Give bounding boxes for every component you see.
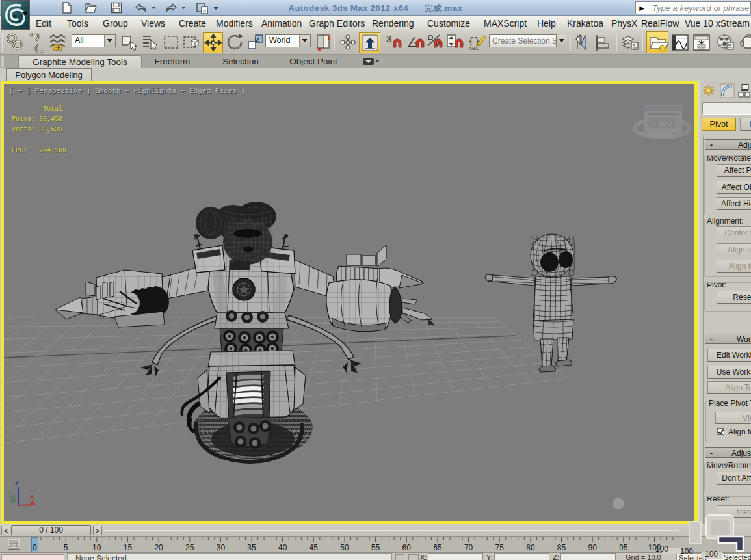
svg-text:10: 10 <box>92 543 101 552</box>
svg-text:65: 65 <box>433 543 442 552</box>
svg-text:100: 100 <box>648 543 661 552</box>
svg-text:55: 55 <box>371 543 380 552</box>
svg-text:15: 15 <box>124 543 133 552</box>
svg-text:3: 3 <box>386 33 391 44</box>
svg-text:35: 35 <box>247 543 256 552</box>
svg-text:75: 75 <box>495 543 505 552</box>
svg-text:20: 20 <box>154 543 163 552</box>
svg-text:90: 90 <box>588 543 598 552</box>
svg-text:60: 60 <box>402 543 412 552</box>
svg-text:FRONT: FRONT <box>653 120 674 127</box>
svg-text:70: 70 <box>464 543 473 552</box>
svg-text:5: 5 <box>64 543 68 552</box>
svg-text:30: 30 <box>217 543 226 552</box>
svg-text:ABC: ABC <box>469 46 479 51</box>
svg-text:z: z <box>15 478 19 487</box>
svg-text:45: 45 <box>310 543 319 552</box>
svg-text:25: 25 <box>185 543 194 552</box>
svg-text:x: x <box>30 492 34 500</box>
svg-text:80: 80 <box>526 543 535 552</box>
svg-text:50: 50 <box>340 543 349 552</box>
svg-text:40: 40 <box>278 543 287 552</box>
svg-text:95: 95 <box>619 543 628 552</box>
svg-text:85: 85 <box>557 543 566 552</box>
